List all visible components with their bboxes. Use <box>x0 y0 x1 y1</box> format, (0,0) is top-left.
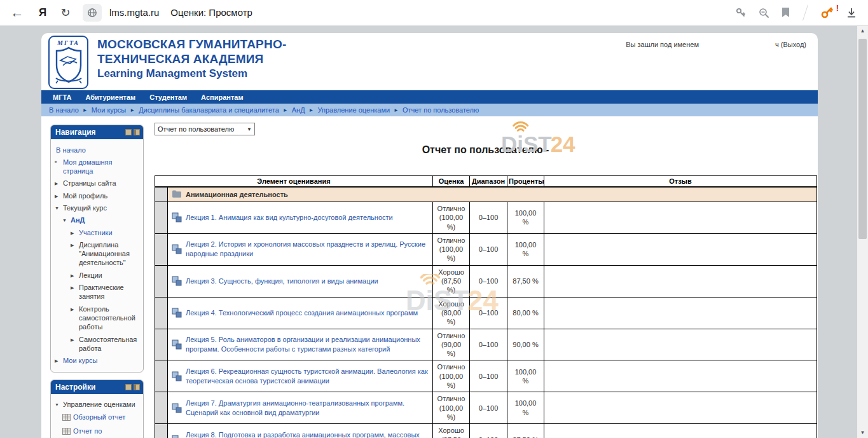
logo-text: МГТА <box>57 39 79 46</box>
sidebar-item-my-profile[interactable]: ▶ Мой профиль <box>54 189 141 202</box>
crumb-course[interactable]: АнД <box>292 106 305 114</box>
lesson-icon <box>172 403 182 413</box>
reload-button[interactable]: ↻ <box>57 6 74 20</box>
crumb-home[interactable]: В начало <box>49 106 79 114</box>
col-header-grade: Оценка <box>433 176 470 188</box>
vertical-scrollbar[interactable]: ▲ ▼ <box>857 26 868 438</box>
collapse-arrow-icon[interactable]: ▼ <box>62 216 71 224</box>
navigation-block-body: В начало ■ Моя домашняя страница ▶ Стран… <box>51 139 143 372</box>
breadcrumb: В начало ► Мои курсы ► Дисциплины бакала… <box>41 104 818 116</box>
block-collapse-icon[interactable] <box>125 129 132 135</box>
topnav-mgta[interactable]: МГТА <box>53 93 71 101</box>
lesson-link[interactable]: Лекция 5. Роль аниматоров в организации … <box>186 335 429 354</box>
block-collapse-icon[interactable] <box>125 384 132 390</box>
settings-block-header: Настройки <box>51 380 143 394</box>
table-row: Лекция 3. Сущность, функция, типология и… <box>155 265 817 297</box>
report-type-select[interactable]: Отчет по пользователю ▼ <box>155 123 255 135</box>
settings-item-user-report[interactable]: Отчет по пользователю <box>54 425 141 438</box>
lesson-icon <box>172 435 182 438</box>
expand-arrow-icon[interactable]: ▶ <box>71 283 79 301</box>
navigation-block-header: Навигация <box>51 125 143 139</box>
col-header-range: Диапазон <box>470 176 507 188</box>
settings-item-overview-report[interactable]: Обзорный отчет <box>54 411 141 425</box>
browser-back-button[interactable]: ← <box>9 5 25 20</box>
expand-arrow-icon[interactable]: ▶ <box>55 179 63 188</box>
collapse-arrow-icon[interactable]: ▼ <box>55 203 63 212</box>
crumb-disciplines[interactable]: Дисциплины бакалавриата и специалитета <box>139 106 279 114</box>
sidebar-item-discipline[interactable]: ▶ Дисциплина "Анимационная деятельность" <box>54 238 141 269</box>
topnav-abiturientam[interactable]: Абитуриентам <box>85 93 135 101</box>
lesson-link[interactable]: Лекция 8. Подготовка и разработка анимац… <box>186 430 429 438</box>
zoom-page-button[interactable] <box>758 7 769 18</box>
lesson-link[interactable]: Лекция 6. Рекреационная сущность туристс… <box>186 367 429 386</box>
report-grid-icon <box>62 413 73 423</box>
category-row: Анимационная деятельность <box>155 187 817 202</box>
sidebar-item-my-home[interactable]: ■ Моя домашняя страница <box>54 156 141 177</box>
expand-arrow-icon[interactable]: ▶ <box>55 356 63 365</box>
settings-block-body: ▼ Управление оценками <box>51 394 143 438</box>
folder-icon <box>172 189 182 200</box>
crumb-my-courses[interactable]: Мои курсы <box>92 106 126 114</box>
settings-item-grade-admin[interactable]: ▼ Управление оценками <box>54 399 141 411</box>
topnav-aspirantam[interactable]: Аспирантам <box>201 93 243 101</box>
downloads-button[interactable] <box>845 6 858 19</box>
sidebar-item-my-courses[interactable]: ▶ Мои курсы <box>54 355 141 367</box>
sidebar: Навигация В начало ■ Моя домашняя страни… <box>50 125 144 438</box>
breadcrumb-separator-icon: ► <box>283 107 288 113</box>
lesson-link[interactable]: Лекция 3. Сущность, функция, типология и… <box>186 277 378 286</box>
lesson-link[interactable]: Лекция 7. Драматургия анимационно-театра… <box>186 399 429 418</box>
logged-in-info: Вы зашли под именемч (Выход) <box>626 41 806 48</box>
table-row: Лекция 1. Анимация как вид культурно-дос… <box>155 202 817 234</box>
expand-arrow-icon[interactable]: ▶ <box>71 228 79 237</box>
bookmark-button[interactable] <box>781 7 790 18</box>
sidebar-item-lectures[interactable]: ▶ Лекции <box>54 269 141 281</box>
lesson-link[interactable]: Лекция 4. Технологический процесс создан… <box>186 308 418 318</box>
mgta-logo: МГТА <box>48 36 88 89</box>
address-bar-url[interactable]: lms.mgta.ru <box>109 7 159 18</box>
mgta-emblem-icon <box>54 46 83 86</box>
breadcrumb-separator-icon: ► <box>394 107 399 113</box>
logged-in-prefix: Вы зашли под именем <box>626 41 699 48</box>
sidebar-item-independent-work[interactable]: ▶ Самостоятельная работа <box>54 333 141 355</box>
expand-arrow-icon[interactable]: ▶ <box>71 240 79 268</box>
lesson-link[interactable]: Лекция 2. История и хронология массовых … <box>186 240 429 259</box>
scrollbar-thumb[interactable] <box>858 39 867 239</box>
logout-link[interactable]: ч (Выход) <box>775 41 806 48</box>
expand-arrow-icon[interactable]: ▶ <box>71 335 79 353</box>
lesson-link[interactable]: Лекция 1. Анимация как вид культурно-дос… <box>186 213 393 222</box>
feedback-cell <box>544 265 817 297</box>
expand-arrow-icon[interactable]: ▶ <box>55 191 63 200</box>
scroll-up-arrow[interactable]: ▲ <box>857 26 868 36</box>
sidebar-item-participants[interactable]: ▶ Участники <box>54 226 141 238</box>
expand-arrow-icon[interactable]: ▶ <box>71 305 79 332</box>
block-dock-icon[interactable] <box>134 129 140 135</box>
sidebar-item-site-pages[interactable]: ▶ Страницы сайта <box>54 177 141 189</box>
sidebar-item-current-course[interactable]: ▼ Текущий курс <box>54 202 141 214</box>
site-security-chip[interactable] <box>83 4 102 22</box>
table-row: Лекция 5. Роль аниматоров в организации … <box>155 329 817 360</box>
lesson-icon <box>172 276 182 286</box>
sidebar-item-and-course[interactable]: ▼ АнД <box>54 214 141 226</box>
crumb-grade-admin[interactable]: Управление оценками <box>318 106 390 114</box>
settings-block: Настройки ▼ Управление оценками <box>50 380 144 438</box>
scroll-down-arrow[interactable]: ▼ <box>857 428 868 438</box>
table-row: Лекция 7. Драматургия анимационно-театра… <box>155 392 817 424</box>
lms-page: МГТА МОСКОВСКАЯ ГУМАНИТАРНО- ТЕХНИЧЕСКАЯ… <box>41 33 818 438</box>
yandex-home-button[interactable]: Я <box>34 6 51 19</box>
collapse-arrow-icon[interactable]: ▼ <box>55 400 63 409</box>
block-dock-icon[interactable] <box>134 384 140 390</box>
password-manager-button[interactable] <box>735 7 747 18</box>
lesson-icon <box>172 308 182 318</box>
expand-arrow-icon[interactable]: ▶ <box>71 271 79 280</box>
sidebar-item-home[interactable]: В начало <box>54 144 141 156</box>
table-row: Лекция 2. История и хронология массовых … <box>155 233 817 265</box>
topnav-studentam[interactable]: Студентам <box>149 93 187 101</box>
key-icon <box>735 7 747 18</box>
sidebar-item-practical[interactable]: ▶ Практические занятия <box>54 282 141 303</box>
magnifier-icon <box>758 7 769 18</box>
feedback-cell <box>544 202 817 234</box>
sidebar-item-control[interactable]: ▶ Контроль самостоятельной работы <box>54 303 141 333</box>
crumb-user-report[interactable]: Отчет по пользователю <box>403 106 479 114</box>
saved-password-alert-button[interactable]: ! <box>820 6 834 20</box>
top-navigation: МГТА Абитуриентам Студентам Аспирантам <box>41 90 818 104</box>
